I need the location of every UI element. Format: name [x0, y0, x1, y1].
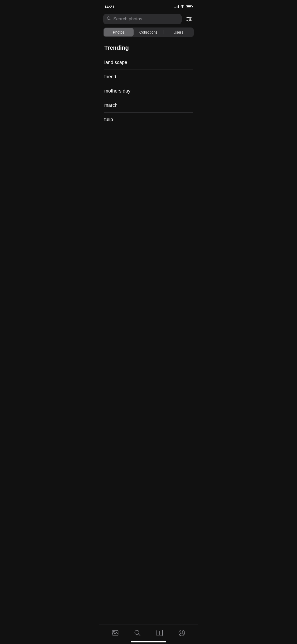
- tab-users[interactable]: Users: [163, 28, 193, 36]
- trending-item-text: land scape: [104, 60, 127, 65]
- status-bar: 14:21: [99, 0, 198, 12]
- trending-title: Trending: [104, 44, 193, 51]
- search-placeholder-text: Search photos: [113, 16, 142, 22]
- wifi-icon: [180, 5, 185, 9]
- svg-point-5: [190, 19, 191, 20]
- tab-collections[interactable]: Collections: [134, 28, 163, 36]
- status-icons: [174, 5, 193, 9]
- trending-section: Trending land scape friend mothers day m…: [99, 41, 198, 127]
- search-container: Search photos: [99, 12, 198, 26]
- filter-sliders-icon: [186, 16, 192, 22]
- status-time: 14:21: [104, 4, 114, 9]
- signal-icon: [174, 5, 179, 8]
- tab-photos[interactable]: Photos: [104, 28, 134, 36]
- list-item[interactable]: mothers day: [104, 84, 193, 98]
- battery-icon: [186, 5, 193, 8]
- list-item[interactable]: tulip: [104, 113, 193, 127]
- filter-button[interactable]: [184, 14, 194, 24]
- trending-item-text: march: [104, 103, 117, 108]
- svg-point-6: [188, 20, 189, 21]
- svg-point-0: [107, 17, 110, 20]
- svg-point-4: [187, 17, 188, 18]
- search-magnifier-icon: [107, 16, 111, 22]
- trending-item-text: tulip: [104, 117, 113, 122]
- search-bar[interactable]: Search photos: [103, 14, 182, 24]
- tabs-container: Photos Collections Users: [103, 27, 194, 37]
- trending-item-text: friend: [104, 74, 116, 79]
- trending-item-text: mothers day: [104, 88, 130, 94]
- list-item[interactable]: march: [104, 98, 193, 113]
- list-item[interactable]: land scape: [104, 56, 193, 70]
- list-item[interactable]: friend: [104, 70, 193, 84]
